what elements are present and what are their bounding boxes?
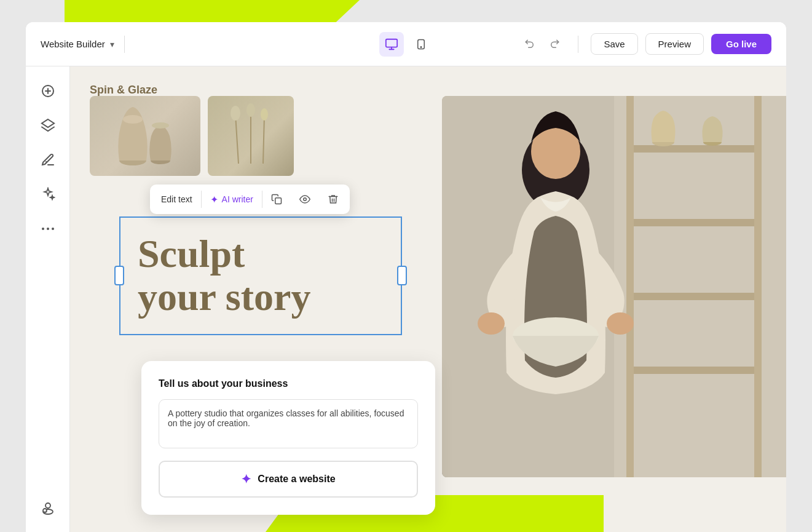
canvas-images-row [90,96,294,176]
svg-rect-32 [754,96,762,477]
undo-button[interactable] [519,33,541,55]
headline-line1: Sculpt [138,232,245,276]
svg-point-2 [420,46,422,47]
ai-writer-label: AI writer [222,194,253,204]
svg-rect-23 [275,198,282,204]
svg-point-22 [261,108,268,121]
content-area: ☺ Spin & Glaze [26,66,786,532]
svg-point-38 [607,312,634,335]
hero-photo [442,96,786,477]
redo-button[interactable] [543,33,566,55]
svg-point-37 [478,312,505,335]
business-description-input[interactable]: A pottery studio that organizes classes … [159,399,418,448]
svg-rect-28 [626,219,762,226]
dried-flowers-image [208,96,294,176]
toolbar-left: Website Builder ▾ [41,36,379,53]
toolbar-divider-2 [578,36,578,53]
edit-text-button[interactable]: Edit text [152,185,201,214]
sparkle-icon: ✦ [210,194,218,205]
svg-line-17 [235,114,238,164]
svg-rect-29 [626,293,762,300]
preview-element-button[interactable] [291,185,319,214]
svg-marker-4 [42,119,54,127]
sidebar-item-add[interactable] [33,76,63,106]
ai-panel: Tell us about your business A pottery st… [141,361,435,515]
sidebar-item-design[interactable] [33,145,63,175]
pottery-vases-image [90,96,200,176]
create-website-label: Create a website [258,474,335,485]
save-button[interactable]: Save [591,33,637,55]
svg-rect-30 [626,367,762,374]
device-switcher [379,32,433,57]
canvas-image-2 [208,96,294,176]
sidebar-item-layers[interactable] [33,111,63,140]
desktop-view-button[interactable] [379,32,404,57]
copy-button[interactable] [262,185,291,214]
text-block-wrapper: Sculpt your story [119,216,402,335]
svg-point-7 [47,228,49,230]
canvas-area: Spin & Glaze [70,66,786,532]
toolbar: Website Builder ▾ Save Preview [26,22,786,66]
mobile-view-button[interactable] [409,32,433,57]
site-title: Spin & Glaze [90,84,157,97]
sidebar-item-ai[interactable] [33,180,63,209]
delete-button[interactable] [319,185,347,214]
ai-writer-button[interactable]: ✦ AI writer [202,185,262,214]
svg-rect-27 [626,145,762,153]
main-window: Website Builder ▾ Save Preview [26,22,786,532]
toolbar-divider [124,36,125,53]
headline-text-block[interactable]: Sculpt your story [119,216,402,335]
app-title: Website Builder [41,39,105,49]
svg-point-5 [45,161,47,162]
resize-handle-right[interactable] [397,266,407,285]
top-accent-bar [0,0,812,22]
sparkle-btn-icon: ✦ [241,472,251,486]
headline-line2: your story [138,275,310,319]
svg-point-20 [231,106,240,121]
undo-redo-group [519,33,566,55]
svg-rect-0 [385,39,396,47]
svg-point-24 [304,198,307,201]
golive-button[interactable]: Go live [711,34,771,54]
sidebar-item-more[interactable] [33,214,63,244]
svg-point-6 [42,228,44,230]
canvas-image-1 [90,96,200,176]
floating-toolbar: Edit text ✦ AI writer [150,185,350,214]
svg-point-21 [246,103,255,117]
headline-text: Sculpt your story [138,232,384,319]
toolbar-actions: Save Preview Go live [433,33,772,55]
resize-handle-left[interactable] [114,266,124,285]
ai-panel-title: Tell us about your business [159,378,418,389]
svg-rect-31 [626,96,634,477]
top-accent-green [65,0,360,22]
svg-point-8 [52,228,54,230]
preview-button[interactable]: Preview [645,33,704,55]
title-chevron-icon[interactable]: ▾ [110,39,114,49]
edit-text-label: Edit text [161,194,192,204]
svg-point-14 [123,115,143,124]
svg-point-16 [152,122,169,129]
sidebar: ☺ [26,66,70,532]
svg-line-19 [263,116,264,164]
create-website-button[interactable]: ✦ Create a website [159,461,418,498]
